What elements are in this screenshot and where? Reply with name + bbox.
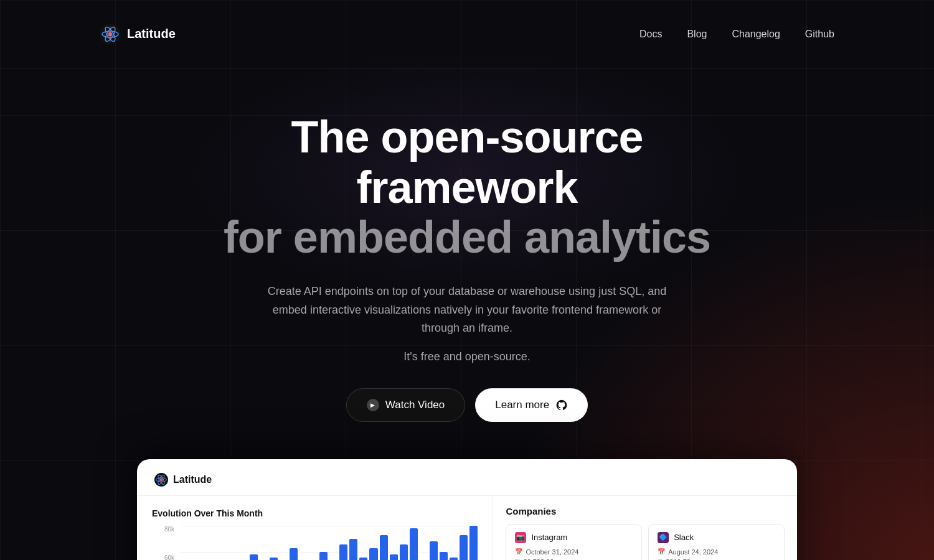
dashboard-preview: Latitude Evolution Over This Month 80k 6… (137, 459, 797, 560)
company-meta: 📅October 31, 2024▽$8,723.00#★★★★★★ (515, 548, 633, 560)
hero-headline-line1: The open-source framework (291, 112, 643, 212)
dash-body: Evolution Over This Month 80k 60k 40k 20… (137, 496, 797, 560)
watch-video-button[interactable]: ▶ Watch Video (346, 388, 465, 422)
chart-bars-container (179, 526, 478, 560)
nav-docs[interactable]: Docs (639, 29, 662, 40)
dash-logo: Latitude (154, 473, 780, 487)
company-name-row: 📷 Instagram (515, 532, 633, 543)
chart-bar (440, 552, 448, 560)
chart-bar (430, 541, 438, 560)
nav-blog[interactable]: Blog (687, 29, 707, 40)
company-meta: 📅August 24, 2024▽$219.78#★★★★★★ (658, 548, 775, 560)
company-date: 📅October 31, 2024 (515, 548, 633, 556)
chart-bar (400, 544, 408, 561)
company-logo: 📷 (515, 532, 526, 543)
chart-bar (390, 554, 398, 560)
company-card: 🔷 Slack 📅August 24, 2024▽$219.78#★★★★★★ (648, 524, 785, 560)
chart-bar (250, 554, 258, 560)
chart-bar (369, 548, 377, 560)
header: Latitude Docs Blog Changelog Github (0, 0, 934, 68)
nav-github[interactable]: Github (805, 29, 834, 40)
companies-title: Companies (506, 506, 785, 516)
company-date: 📅August 24, 2024 (658, 548, 775, 556)
chart-bar (469, 526, 478, 560)
logo: Latitude (100, 24, 176, 45)
chart-bar (380, 535, 388, 560)
company-card: 📷 Instagram 📅October 31, 2024▽$8,723.00#… (506, 524, 642, 560)
chart-bar (319, 552, 328, 560)
chart-bar (349, 539, 357, 560)
hero-buttons: ▶ Watch Video Learn more (12, 388, 922, 422)
github-icon (555, 399, 568, 411)
logo-icon (100, 24, 121, 45)
chart-bar (339, 544, 347, 561)
svg-point-9 (160, 478, 163, 482)
hero-headline-line2: for embedded analytics (224, 212, 710, 262)
logo-text: Latitude (127, 27, 176, 41)
chart-y-labels: 80k 60k 40k 20k (152, 526, 174, 560)
chart-bar (460, 535, 468, 560)
chart-bar (450, 558, 458, 560)
main-nav: Docs Blog Changelog Github (639, 29, 834, 40)
dash-header: Latitude (137, 459, 797, 496)
companies-panel: Companies 📷 Instagram 📅October 31, 2024▽… (493, 496, 797, 560)
nav-changelog[interactable]: Changelog (732, 29, 780, 40)
chart-title: Evolution Over This Month (152, 508, 478, 518)
bars-row (179, 526, 478, 560)
company-name-row: 🔷 Slack (658, 532, 775, 543)
chart-bar (410, 528, 418, 560)
learn-more-label: Learn more (495, 399, 549, 411)
dash-logo-icon (154, 473, 168, 487)
company-logo: 🔷 (658, 532, 669, 543)
companies-grid: 📷 Instagram 📅October 31, 2024▽$8,723.00#… (506, 524, 785, 560)
chart-bar (359, 558, 367, 560)
chart-bar (270, 558, 278, 560)
chart-area: 80k 60k 40k 20k (152, 526, 478, 560)
chart-panel: Evolution Over This Month 80k 60k 40k 20… (137, 496, 493, 560)
hero-section: The open-source framework for embedded a… (0, 68, 934, 453)
play-icon: ▶ (367, 399, 379, 411)
chart-bar (290, 548, 298, 560)
company-name: Instagram (531, 533, 567, 542)
watch-video-label: Watch Video (385, 399, 445, 411)
hero-subtext: Create API endpoints on top of your data… (255, 282, 679, 338)
dash-logo-text: Latitude (173, 474, 212, 485)
hero-headline: The open-source framework for embedded a… (218, 112, 716, 263)
company-name: Slack (674, 533, 694, 542)
learn-more-button[interactable]: Learn more (475, 388, 588, 422)
hero-free-text: It's free and open-source. (12, 350, 922, 363)
